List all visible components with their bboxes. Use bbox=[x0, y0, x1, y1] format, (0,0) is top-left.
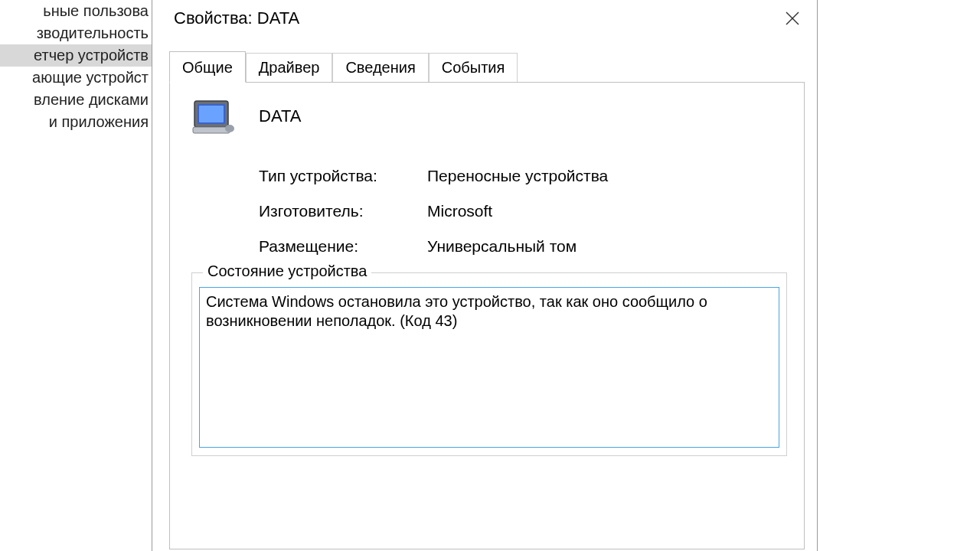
device-header: DATA bbox=[191, 96, 787, 136]
device-status-legend: Состояние устройства bbox=[203, 262, 371, 280]
close-icon bbox=[786, 11, 799, 25]
label-device-type: Тип устройства: bbox=[259, 167, 427, 185]
tab-events[interactable]: События bbox=[429, 53, 518, 82]
svg-rect-4 bbox=[199, 106, 224, 122]
device-properties-dialog: Свойства: DATA Общие Драйвер Сведения Со… bbox=[152, 0, 818, 551]
svg-rect-5 bbox=[193, 127, 230, 133]
dialog-title: Свойства: DATA bbox=[174, 8, 774, 28]
bg-item[interactable]: и приложения bbox=[0, 111, 153, 133]
row-location: Размещение: Универсальный том bbox=[259, 237, 787, 256]
tab-panel-general: DATA Тип устройства: Переносные устройст… bbox=[169, 83, 805, 549]
portable-device-icon bbox=[191, 96, 237, 136]
bg-item[interactable]: зводительность bbox=[0, 22, 153, 44]
close-button[interactable] bbox=[774, 3, 811, 34]
value-location: Универсальный том bbox=[427, 237, 577, 256]
row-manufacturer: Изготовитель: Microsoft bbox=[259, 202, 787, 220]
bg-item-device-manager[interactable]: етчер устройств bbox=[0, 44, 153, 67]
bg-item[interactable]: ьные пользова bbox=[0, 0, 153, 22]
row-device-type: Тип устройства: Переносные устройства bbox=[259, 167, 787, 185]
bg-item[interactable]: ающие устройст bbox=[0, 67, 153, 89]
value-device-type: Переносные устройства bbox=[427, 167, 608, 185]
label-location: Размещение: bbox=[259, 237, 427, 256]
device-status-group: Состояние устройства bbox=[191, 272, 787, 456]
background-tree: ьные пользова зводительность етчер устро… bbox=[0, 0, 153, 133]
value-manufacturer: Microsoft bbox=[427, 202, 492, 220]
svg-point-6 bbox=[225, 125, 234, 132]
titlebar: Свойства: DATA bbox=[152, 0, 817, 37]
tab-details[interactable]: Сведения bbox=[332, 53, 428, 82]
device-status-text[interactable] bbox=[199, 287, 779, 448]
device-name: DATA bbox=[259, 106, 301, 126]
tab-general[interactable]: Общие bbox=[169, 51, 246, 83]
label-manufacturer: Изготовитель: bbox=[259, 202, 427, 220]
bg-item[interactable]: вление дисками bbox=[0, 89, 153, 111]
tab-driver[interactable]: Драйвер bbox=[246, 53, 333, 82]
tab-strip: Общие Драйвер Сведения События bbox=[169, 51, 805, 83]
